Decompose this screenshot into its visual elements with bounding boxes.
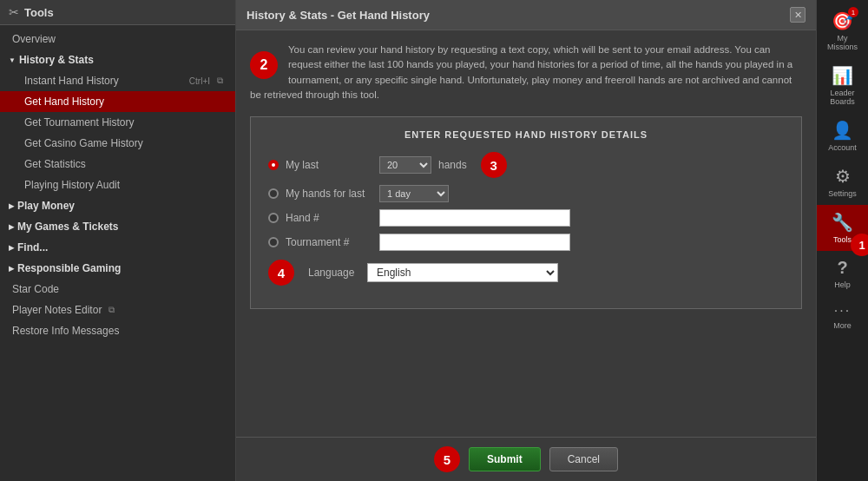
right-sidebar: 🎯 1 MyMissions 📊 LeaderBoards 👤 Account …	[816, 0, 868, 481]
sidebar-item-player-notes-editor[interactable]: Player Notes Editor ⧉	[0, 300, 235, 320]
sidebar-item-get-tournament-history[interactable]: Get Tournament History	[0, 112, 235, 133]
right-sidebar-item-account[interactable]: 👤 Account	[817, 113, 868, 159]
right-sidebar-item-missions[interactable]: 🎯 1 MyMissions	[817, 3, 868, 58]
tournament-num-input[interactable]	[379, 234, 570, 251]
instant-hand-history-shortcut: Ctrl+I	[189, 76, 210, 86]
sidebar-item-history-stats[interactable]: ▼ History & Stats	[0, 49, 235, 70]
my-hands-for-last-label: My hands for last	[286, 188, 372, 200]
form-row-my-last: My last 20 50 100 hands 3	[268, 152, 784, 178]
form-row-tournament-num: Tournament #	[268, 234, 784, 251]
settings-label: Settings	[828, 189, 857, 198]
playing-history-audit-label: Playing History Audit	[24, 179, 120, 191]
sidebar-header: ✂ Tools	[0, 0, 235, 25]
get-tournament-history-label: Get Tournament History	[24, 116, 135, 128]
cancel-button[interactable]: Cancel	[549, 447, 618, 471]
settings-icon: ⚙	[835, 166, 851, 187]
sidebar-item-restore-info-messages[interactable]: Restore Info Messages	[0, 320, 235, 341]
restore-info-messages-label: Restore Info Messages	[12, 325, 119, 337]
sidebar-title: Tools	[24, 6, 54, 19]
tournament-num-label: Tournament #	[286, 236, 372, 248]
missions-badge-count: 1	[848, 7, 858, 17]
account-icon: 👤	[832, 120, 853, 141]
right-sidebar-item-tools[interactable]: 🔧 Tools 1	[817, 205, 868, 251]
language-label: Language	[308, 267, 360, 279]
right-sidebar-item-more[interactable]: ··· More	[817, 296, 868, 337]
radio-hand-num[interactable]	[268, 213, 279, 223]
more-label: More	[833, 321, 852, 330]
sidebar-item-responsible-gaming[interactable]: ▶ Responsible Gaming	[0, 258, 235, 279]
left-sidebar: ✂ Tools Overview ▼ History & Stats Insta…	[0, 0, 236, 481]
my-hands-for-last-select[interactable]: 1 day 2 days 1 week	[379, 185, 449, 202]
step2-annotation: 2	[250, 51, 278, 79]
language-select[interactable]: English German French Spanish	[367, 263, 558, 282]
sidebar-item-star-code[interactable]: Star Code	[0, 279, 235, 300]
tools-header-icon: ✂	[9, 5, 19, 19]
play-money-label: Play Money	[17, 200, 75, 212]
sidebar-item-get-casino-game-history[interactable]: Get Casino Game History	[0, 133, 235, 154]
hand-num-input[interactable]	[379, 209, 570, 227]
missions-label: MyMissions	[827, 34, 858, 51]
right-sidebar-item-leaderboards[interactable]: 📊 LeaderBoards	[817, 58, 868, 113]
get-statistics-label: Get Statistics	[24, 158, 86, 170]
form-row-hand-num: Hand #	[268, 209, 784, 227]
step5-annotation: 5	[434, 446, 460, 472]
form-section: ENTER REQUESTED HAND HISTORY DETAILS My …	[250, 116, 802, 309]
radio-tournament-num[interactable]	[268, 237, 279, 247]
page-title: History & Stats - Get Hand History	[247, 9, 430, 22]
sidebar-item-overview[interactable]: Overview	[0, 29, 235, 49]
star-code-label: Star Code	[12, 283, 59, 295]
sidebar-item-get-hand-history[interactable]: Get Hand History	[0, 91, 235, 112]
history-stats-label: History & Stats	[19, 54, 94, 66]
step4-annotation: 4	[268, 260, 294, 286]
form-section-title: ENTER REQUESTED HAND HISTORY DETAILS	[268, 129, 784, 140]
sidebar-item-playing-history-audit[interactable]: Playing History Audit	[0, 175, 235, 195]
right-sidebar-item-settings[interactable]: ⚙ Settings	[817, 159, 868, 205]
description-text: You can review your hand history by requ…	[250, 43, 802, 102]
main-header: History & Stats - Get Hand History ✕	[236, 0, 816, 30]
instant-hand-history-label: Instant Hand History	[24, 75, 119, 87]
get-hand-history-label: Get Hand History	[24, 96, 104, 108]
my-games-arrow: ▶	[9, 223, 14, 231]
account-label: Account	[828, 143, 857, 152]
sidebar-item-play-money[interactable]: ▶ Play Money	[0, 195, 235, 216]
overview-label: Overview	[12, 33, 56, 45]
find-arrow: ▶	[9, 244, 14, 252]
sidebar-item-instant-hand-history[interactable]: Instant Hand History Ctrl+I ⧉	[0, 70, 235, 91]
my-last-label: My last	[286, 159, 372, 171]
my-games-tickets-label: My Games & Tickets	[17, 221, 119, 233]
more-icon: ···	[834, 303, 851, 319]
my-last-select[interactable]: 20 50 100	[379, 156, 431, 174]
tools-label: Tools	[833, 235, 852, 244]
sidebar-item-my-games-tickets[interactable]: ▶ My Games & Tickets	[0, 216, 235, 237]
player-notes-editor-label: Player Notes Editor	[12, 304, 102, 316]
form-row-language: 4 Language English German French Spanish	[268, 260, 784, 286]
form-row-my-hands-for-last: My hands for last 1 day 2 days 1 week	[268, 185, 784, 202]
get-casino-game-history-label: Get Casino Game History	[24, 137, 143, 149]
submit-button[interactable]: Submit	[469, 447, 541, 471]
help-icon: ?	[837, 258, 847, 278]
step1-annotation: 1	[851, 234, 868, 256]
sidebar-item-find[interactable]: ▶ Find...	[0, 237, 235, 258]
sidebar-content: Overview ▼ History & Stats Instant Hand …	[0, 25, 235, 481]
responsible-gaming-arrow: ▶	[9, 265, 14, 273]
missions-badge-container: 🎯 1	[832, 10, 853, 31]
instant-hand-history-copy-icon: ⧉	[217, 76, 223, 86]
radio-my-last[interactable]	[268, 160, 279, 170]
main-body: 2 You can review your hand history by re…	[236, 30, 816, 437]
right-sidebar-item-help[interactable]: ? Help	[817, 251, 868, 296]
main-content: History & Stats - Get Hand History ✕ 2 Y…	[236, 0, 816, 481]
hand-num-label: Hand #	[286, 212, 372, 224]
find-label: Find...	[17, 241, 48, 254]
step3-annotation: 3	[481, 152, 507, 178]
tools-icon: 🔧	[832, 212, 853, 233]
main-footer: 5 Submit Cancel	[236, 437, 816, 481]
radio-my-hands-for-last[interactable]	[268, 188, 279, 199]
player-notes-copy-icon: ⧉	[108, 305, 115, 315]
history-stats-arrow: ▼	[9, 56, 16, 64]
leaderboards-icon: 📊	[832, 65, 853, 86]
sidebar-item-get-statistics[interactable]: Get Statistics	[0, 154, 235, 175]
hands-label: hands	[438, 159, 467, 171]
app-container: ✂ Tools Overview ▼ History & Stats Insta…	[0, 0, 868, 481]
play-money-arrow: ▶	[9, 202, 14, 210]
close-button[interactable]: ✕	[790, 7, 806, 23]
